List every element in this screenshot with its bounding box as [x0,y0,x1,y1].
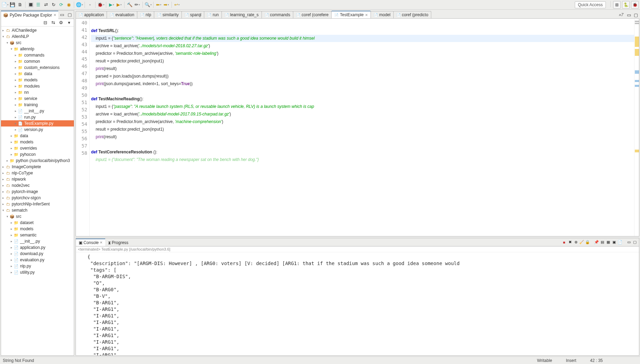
console-output[interactable]: { "description": "[ARGM-DIS: However] , … [76,252,639,355]
collapse-all-button[interactable]: ⊟ [42,19,49,26]
maximize-view-button[interactable]: ▢ [66,11,73,18]
search-button[interactable]: 🔍 [145,1,151,8]
tree-item[interactable]: ▸semantic [1,232,74,238]
tree-item[interactable]: ▸models [1,139,74,145]
tree-item[interactable]: ▸download.py [1,251,74,257]
open-perspective-button[interactable]: ⊞ [613,1,621,9]
tree-item[interactable]: ▸common [1,58,74,64]
open-console-button[interactable]: ▣ [611,240,617,245]
new-console-button[interactable]: 📄 [617,240,623,245]
globe-button[interactable]: 🌐 [76,1,83,8]
editor-tab[interactable]: commands [262,11,294,18]
run-config-button[interactable]: ▶ [116,1,122,8]
package-explorer-tab[interactable]: 📦 PyDev Package Explor ✕ [1,11,58,19]
tree-item[interactable]: ▸pytorchcv-stgcn [1,195,74,201]
show-console-button[interactable]: ▦ [605,240,611,245]
tree-item[interactable]: ▸modules [1,83,74,89]
link-editor-button[interactable]: ⇆ [50,19,57,26]
tree-item[interactable]: ▸TestExample.py [1,120,74,127]
minimize-view-button[interactable]: ▭ [59,11,66,18]
tree-item[interactable]: ▸node2vec [1,182,74,189]
tree-item[interactable]: ▸overrides [1,145,74,151]
tree-item[interactable]: ▸dataset [1,220,74,226]
tree-item[interactable]: ▸pyhocon [1,151,74,158]
tree-item[interactable]: ▸run.py [1,114,74,120]
editor-tab[interactable]: evaluation [107,11,137,18]
filter-button[interactable]: ⚙ [58,19,65,26]
outline-button[interactable]: ☰ [35,1,42,8]
code-editor[interactable]: def TestSRL(): input1 = {"sentence": "Ho… [90,19,634,236]
tree-item[interactable]: ▸data [1,133,74,139]
console-max-button[interactable]: ▢ [632,240,638,245]
editor-tab[interactable]: coref (predicto [393,11,432,18]
tree-item[interactable]: ▾src [1,40,74,46]
editor-tab[interactable]: learning_rate_s [221,11,262,18]
link-button[interactable]: ⇄ [42,1,49,8]
editor-tab[interactable]: coref (corefere [293,11,332,18]
tree-item[interactable]: ▸AIChanlledge [1,27,74,33]
debug-perspective-button[interactable]: 🐞 [631,1,639,9]
save-button[interactable]: 💾 [9,1,16,8]
paint-button[interactable]: ✏ [134,1,141,8]
tree-item[interactable]: ▸custom_extensions [1,64,74,71]
tree-item[interactable]: ▸nlp.py [1,263,74,269]
tree-item[interactable]: ▸python (/usr/local/bin/python3 [1,158,74,164]
tree-item[interactable]: ▸training [1,102,74,108]
overview-ruler[interactable] [634,19,639,236]
close-icon[interactable]: ✕ [53,13,56,17]
tree-item[interactable]: ▸evaluation.py [1,257,74,263]
editor-tab[interactable]: TestExample✕ [331,11,371,18]
editor-tab[interactable]: model [371,11,394,18]
refresh-button[interactable]: ↻ [50,1,57,8]
nav-back-button[interactable]: ⬅ [155,1,162,8]
last-edit-button[interactable]: ↩ [174,1,180,8]
sync-button[interactable]: ⟳ [58,1,65,8]
remove-launch-button[interactable]: ✖ [567,240,573,245]
close-icon[interactable]: ✕ [100,241,102,244]
pin-button[interactable]: 📌 [594,240,599,245]
editor-tab[interactable]: sparql [181,11,205,18]
quick-access-input[interactable]: Quick Access [575,1,606,8]
scroll-lock-button[interactable]: 🔒 [585,240,590,245]
editor-tab[interactable]: nlp [137,11,154,18]
build-button[interactable]: 🔨 [126,1,133,8]
minimize-editor-button[interactable]: ▭ [626,11,632,18]
tree-item[interactable]: ▸commands [1,52,74,58]
tree-item[interactable]: ▸pytorchNlp-InferSent [1,201,74,207]
tree-item[interactable]: ▸models [1,77,74,83]
tree-item[interactable]: ▸nlpwork [1,176,74,182]
tree-item[interactable]: ▸nlp-CoType [1,170,74,176]
tree-item[interactable]: ▸application.py [1,244,74,251]
run-button[interactable]: ▶ [108,1,115,8]
tree-item[interactable]: ▾sematch [1,207,74,213]
package-tree[interactable]: ▸AIChanlledge▾AllenNLP▾src▾allennlp▸comm… [1,27,74,355]
display-button[interactable]: ▤ [600,240,605,245]
tree-item[interactable]: ▸data [1,71,74,77]
remove-all-button[interactable]: ⊗ [573,240,579,245]
tree-item[interactable]: ▾src [1,213,74,220]
editor-tab[interactable]: run [204,11,221,18]
console-min-button[interactable]: ▭ [626,240,632,245]
toggle-button[interactable]: 🔳 [27,1,34,8]
tree-item[interactable]: ▸nn [1,89,74,95]
tree-item[interactable]: ▸__init__.py [1,108,74,114]
view-menu-button[interactable]: ▾ [66,19,72,26]
save-all-button[interactable]: 🗎 [17,1,23,8]
tab-overflow[interactable]: »7 [617,11,626,18]
terminate-button[interactable]: ■ [561,240,567,245]
tree-item[interactable]: ▾AllenNLP [1,33,74,40]
tree-item[interactable]: ▾allennlp [1,46,74,52]
tree-item[interactable]: ▸ImageComplete [1,164,74,170]
debug-button[interactable]: 🐞 [97,1,104,8]
module-button[interactable]: ◉ [65,1,72,8]
close-icon[interactable]: ✕ [365,13,368,17]
tree-item[interactable]: ▸models [1,226,74,232]
maximize-editor-button[interactable]: ▢ [632,11,639,18]
breakpoint-button[interactable]: ◦ [87,1,93,8]
editor-tab[interactable]: similarity [154,11,182,18]
pydev-perspective-button[interactable]: 🐍 [622,1,630,9]
progress-tab[interactable]: ⧗ Progress [105,239,131,246]
console-tab[interactable]: ▣ Console ✕ [76,239,105,246]
tree-item[interactable]: ▸utility.py [1,269,74,275]
tree-item[interactable]: ▸version.py [1,127,74,133]
